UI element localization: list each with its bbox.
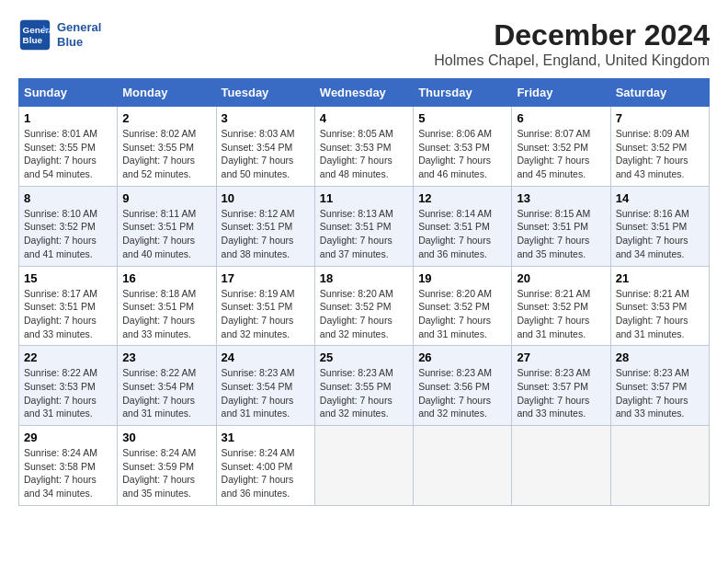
day-number: 11 <box>320 191 408 205</box>
day-sunset: Sunset: 3:55 PM <box>122 142 194 153</box>
calendar-cell: 20 Sunrise: 8:21 AM Sunset: 3:52 PM Dayl… <box>512 266 610 346</box>
calendar-cell: 26 Sunrise: 8:23 AM Sunset: 3:56 PM Dayl… <box>414 346 512 426</box>
col-thursday: Thursday <box>414 79 512 107</box>
day-sunset: Sunset: 3:57 PM <box>616 381 688 392</box>
day-sunset: Sunset: 3:59 PM <box>122 461 194 472</box>
calendar-cell: 25 Sunrise: 8:23 AM Sunset: 3:55 PM Dayl… <box>314 346 413 426</box>
calendar-week-row: 1 Sunrise: 8:01 AM Sunset: 3:55 PM Dayli… <box>19 107 710 187</box>
calendar-cell: 7 Sunrise: 8:09 AM Sunset: 3:52 PM Dayli… <box>610 107 709 187</box>
logo-line2: Blue <box>57 35 101 50</box>
day-number: 30 <box>122 431 210 444</box>
day-sunrise: Sunrise: 8:23 AM <box>222 367 295 378</box>
day-sunset: Sunset: 3:52 PM <box>517 301 588 312</box>
calendar-cell: 24 Sunrise: 8:23 AM Sunset: 3:54 PM Dayl… <box>216 346 314 426</box>
day-sunrise: Sunrise: 8:23 AM <box>616 367 689 378</box>
day-number: 20 <box>517 271 605 285</box>
day-sunrise: Sunrise: 8:18 AM <box>122 288 196 299</box>
day-daylight: Daylight: 7 hours and 46 minutes. <box>418 155 491 179</box>
day-sunset: Sunset: 3:51 PM <box>222 221 293 232</box>
calendar-body: 1 Sunrise: 8:01 AM Sunset: 3:55 PM Dayli… <box>19 107 710 506</box>
calendar-cell: 1 Sunrise: 8:01 AM Sunset: 3:55 PM Dayli… <box>19 107 118 187</box>
day-daylight: Daylight: 7 hours and 50 minutes. <box>222 155 294 179</box>
day-sunset: Sunset: 3:51 PM <box>418 221 490 232</box>
calendar-cell: 22 Sunrise: 8:22 AM Sunset: 3:53 PM Dayl… <box>19 346 118 426</box>
day-daylight: Daylight: 7 hours and 33 minutes. <box>616 395 688 419</box>
day-sunset: Sunset: 3:53 PM <box>418 142 490 153</box>
calendar-cell: 23 Sunrise: 8:22 AM Sunset: 3:54 PM Dayl… <box>118 346 216 426</box>
day-sunset: Sunset: 3:51 PM <box>320 221 392 232</box>
day-sunrise: Sunrise: 8:21 AM <box>616 288 689 299</box>
title-section: December 2024 Holmes Chapel, England, Un… <box>434 18 710 69</box>
day-sunrise: Sunrise: 8:20 AM <box>418 288 492 299</box>
day-number: 7 <box>616 111 704 125</box>
col-tuesday: Tuesday <box>216 79 314 107</box>
logo-icon: General Blue <box>18 18 51 52</box>
day-sunrise: Sunrise: 8:12 AM <box>222 208 295 219</box>
day-sunset: Sunset: 3:52 PM <box>616 142 688 153</box>
day-number: 2 <box>122 111 210 125</box>
calendar-week-row: 15 Sunrise: 8:17 AM Sunset: 3:51 PM Dayl… <box>19 266 710 346</box>
calendar-cell: 11 Sunrise: 8:13 AM Sunset: 3:51 PM Dayl… <box>314 186 413 266</box>
calendar-cell <box>314 426 413 506</box>
day-sunrise: Sunrise: 8:02 AM <box>122 128 196 139</box>
day-daylight: Daylight: 7 hours and 32 minutes. <box>320 315 392 339</box>
day-sunrise: Sunrise: 8:11 AM <box>122 208 196 219</box>
day-sunrise: Sunrise: 8:19 AM <box>222 288 295 299</box>
day-daylight: Daylight: 7 hours and 31 minutes. <box>616 315 688 339</box>
day-daylight: Daylight: 7 hours and 31 minutes. <box>24 395 97 419</box>
calendar-cell: 31 Sunrise: 8:24 AM Sunset: 4:00 PM Dayl… <box>216 426 314 506</box>
day-daylight: Daylight: 7 hours and 31 minutes. <box>418 315 491 339</box>
calendar-cell: 21 Sunrise: 8:21 AM Sunset: 3:53 PM Dayl… <box>610 266 709 346</box>
day-sunset: Sunset: 3:51 PM <box>122 221 194 232</box>
day-sunset: Sunset: 3:57 PM <box>517 381 588 392</box>
day-daylight: Daylight: 7 hours and 33 minutes. <box>24 315 97 339</box>
calendar-cell: 15 Sunrise: 8:17 AM Sunset: 3:51 PM Dayl… <box>19 266 118 346</box>
calendar-week-row: 22 Sunrise: 8:22 AM Sunset: 3:53 PM Dayl… <box>19 346 710 426</box>
day-number: 6 <box>517 111 605 125</box>
day-daylight: Daylight: 7 hours and 40 minutes. <box>122 235 195 259</box>
day-number: 5 <box>418 111 506 125</box>
calendar-table: Sunday Monday Tuesday Wednesday Thursday… <box>18 78 710 506</box>
day-sunset: Sunset: 3:53 PM <box>616 301 688 312</box>
calendar-cell: 3 Sunrise: 8:03 AM Sunset: 3:54 PM Dayli… <box>216 107 314 187</box>
day-sunrise: Sunrise: 8:01 AM <box>24 128 97 139</box>
page-header: General Blue General Blue December 2024 … <box>18 18 710 69</box>
day-daylight: Daylight: 7 hours and 43 minutes. <box>616 155 688 179</box>
day-sunrise: Sunrise: 8:23 AM <box>517 367 590 378</box>
calendar-cell <box>414 426 512 506</box>
day-sunrise: Sunrise: 8:22 AM <box>122 367 196 378</box>
day-number: 21 <box>616 271 704 285</box>
day-daylight: Daylight: 7 hours and 38 minutes. <box>222 235 294 259</box>
day-number: 23 <box>122 350 210 364</box>
logo-text: General Blue <box>57 20 101 49</box>
day-daylight: Daylight: 7 hours and 37 minutes. <box>320 235 392 259</box>
day-sunset: Sunset: 3:54 PM <box>222 381 293 392</box>
day-sunrise: Sunrise: 8:23 AM <box>320 367 393 378</box>
col-friday: Friday <box>512 79 610 107</box>
day-daylight: Daylight: 7 hours and 35 minutes. <box>122 474 195 499</box>
day-sunset: Sunset: 3:52 PM <box>320 301 392 312</box>
day-sunrise: Sunrise: 8:16 AM <box>616 208 689 219</box>
day-sunset: Sunset: 3:51 PM <box>222 301 293 312</box>
day-sunrise: Sunrise: 8:05 AM <box>320 128 393 139</box>
day-number: 12 <box>418 191 506 205</box>
day-number: 15 <box>24 271 112 285</box>
day-daylight: Daylight: 7 hours and 34 minutes. <box>24 474 97 499</box>
day-daylight: Daylight: 7 hours and 31 minutes. <box>222 395 294 419</box>
day-sunrise: Sunrise: 8:21 AM <box>517 288 590 299</box>
day-number: 19 <box>418 271 506 285</box>
day-sunset: Sunset: 4:00 PM <box>222 461 293 472</box>
calendar-cell: 18 Sunrise: 8:20 AM Sunset: 3:52 PM Dayl… <box>314 266 413 346</box>
day-daylight: Daylight: 7 hours and 32 minutes. <box>418 395 491 419</box>
day-daylight: Daylight: 7 hours and 54 minutes. <box>24 155 97 179</box>
day-sunset: Sunset: 3:53 PM <box>24 381 96 392</box>
day-daylight: Daylight: 7 hours and 52 minutes. <box>122 155 195 179</box>
calendar-cell: 17 Sunrise: 8:19 AM Sunset: 3:51 PM Dayl… <box>216 266 314 346</box>
calendar-cell <box>512 426 610 506</box>
calendar-cell: 8 Sunrise: 8:10 AM Sunset: 3:52 PM Dayli… <box>19 186 118 266</box>
calendar-cell: 9 Sunrise: 8:11 AM Sunset: 3:51 PM Dayli… <box>118 186 216 266</box>
day-daylight: Daylight: 7 hours and 34 minutes. <box>616 235 688 259</box>
day-daylight: Daylight: 7 hours and 32 minutes. <box>320 395 392 419</box>
day-sunset: Sunset: 3:52 PM <box>517 142 588 153</box>
col-monday: Monday <box>118 79 216 107</box>
